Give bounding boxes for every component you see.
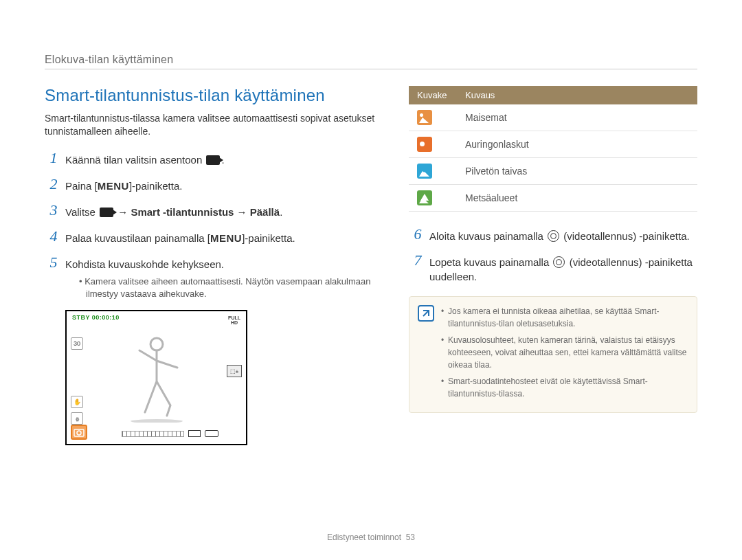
scene-desc-cell: Auringonlaskut: [457, 131, 697, 158]
camera-preview: STBY 00:00:10 FULL HD 30 ⬚± ✋ ꙮ: [65, 310, 247, 445]
preview-ev-icon: ⬚±: [227, 365, 242, 377]
step-3: 3 Valitse → Smart -tilantunnistus → Pääl…: [45, 203, 381, 219]
scene-icon: [417, 110, 432, 125]
scene-icon: [417, 190, 432, 205]
scene-icon-cell: [409, 131, 457, 158]
intro-text: Smart-tilantunnistus-tilassa kamera vali…: [45, 112, 381, 138]
step-6: 6 Aloita kuvaus painamalla (videotallenn…: [409, 227, 697, 243]
table-row: Pilvetön taivas: [409, 158, 697, 185]
section-title: Smart-tilantunnistus-tilan käyttäminen: [45, 86, 381, 105]
step-text: Palaa kuvaustilaan painamalla [MENU]-pai…: [65, 229, 295, 245]
scene-icon: [417, 164, 432, 179]
steps-list-left: 1 Käännä tilan valitsin asentoon . 2 Pai…: [45, 150, 381, 300]
step-number: 1: [45, 150, 63, 166]
table-row: Metsäalueet: [409, 185, 697, 212]
preview-scene-icon: [71, 425, 87, 440]
preview-stabilize-icon: ✋: [71, 396, 83, 408]
scene-desc-cell: Metsäalueet: [457, 185, 697, 212]
table-header-desc: Kuvaus: [457, 86, 697, 104]
movie-mode-icon: [100, 208, 113, 217]
column-right: Kuvake Kuvaus MaisematAuringonlaskutPilv…: [409, 86, 697, 445]
breadcrumb: Elokuva-tilan käyttäminen: [45, 54, 697, 69]
page: Elokuva-tilan käyttäminen Smart-tilantun…: [0, 0, 742, 445]
svg-point-1: [131, 419, 183, 423]
preview-zoom-scale: [122, 431, 184, 437]
scene-icon: [417, 137, 432, 152]
table-header-icon: Kuvake: [409, 86, 457, 104]
page-footer: Edistyneet toiminnot 53: [0, 533, 742, 542]
preview-card-icon: [188, 430, 201, 437]
record-button-icon: [548, 230, 559, 242]
step-number: 7: [409, 253, 427, 268]
step-7: 7 Lopeta kuvaus painamalla (videotallenn…: [409, 253, 697, 284]
info-icon: [418, 305, 434, 322]
note-box: Jos kamera ei tunnista oikeaa aihetilaa,…: [409, 296, 697, 413]
content-columns: Smart-tilantunnistus-tilan käyttäminen S…: [45, 86, 697, 445]
step-text: Kohdista kuvauskohde kehykseen. Kamera v…: [65, 255, 381, 300]
step-number: 3: [45, 203, 63, 218]
step-text: Aloita kuvaus painamalla (videotallennus…: [429, 227, 690, 243]
preview-silhouette: [119, 333, 194, 423]
note-item: Smart-suodatintehosteet eivät ole käytet…: [441, 375, 687, 400]
svg-point-3: [77, 431, 81, 435]
scene-desc-cell: Pilvetön taivas: [457, 158, 697, 185]
preview-resolution: FULL HD: [228, 315, 240, 325]
footer-page: 53: [406, 533, 415, 542]
note-item: Kuvausolosuhteet, kuten kameran tärinä, …: [441, 334, 687, 371]
preview-icon: 30: [71, 337, 83, 350]
preview-side-bottom: ✋ ꙮ: [71, 396, 83, 425]
step-text: Paina [MENU]-painiketta.: [65, 177, 182, 193]
step-number: 6: [409, 227, 427, 242]
step-number: 4: [45, 229, 63, 244]
preview-battery-icon: [205, 430, 218, 437]
menu-button-label: MENU: [210, 232, 242, 244]
scene-icon-cell: [409, 158, 457, 185]
step-2: 2 Paina [MENU]-painiketta.: [45, 177, 381, 193]
movie-mode-icon: [206, 155, 220, 165]
step-text: Käännä tilan valitsin asentoon .: [65, 150, 225, 167]
preview-bottom-bar: [122, 429, 218, 438]
footer-section: Edistyneet toiminnot: [327, 533, 401, 542]
step-5-substep: Kamera valitsee aiheen automaattisesti. …: [86, 276, 381, 300]
preview-status: STBY 00:00:10: [72, 314, 120, 321]
step-5: 5 Kohdista kuvauskohde kehykseen. Kamera…: [45, 255, 381, 300]
svg-point-0: [150, 338, 163, 350]
record-button-icon: [553, 256, 565, 268]
note-item: Jos kamera ei tunnista oikeaa aihetilaa,…: [441, 305, 687, 330]
table-row: Maisemat: [409, 104, 697, 131]
menu-button-label: MENU: [98, 180, 129, 192]
note-list: Jos kamera ei tunnista oikeaa aihetilaa,…: [441, 305, 687, 404]
scene-icon-cell: [409, 185, 457, 212]
step-number: 5: [45, 255, 63, 270]
preview-side-icons: 30: [71, 337, 83, 350]
step-1: 1 Käännä tilan valitsin asentoon .: [45, 150, 381, 167]
step-4: 4 Palaa kuvaustilaan painamalla [MENU]-p…: [45, 229, 381, 245]
table-row: Auringonlaskut: [409, 131, 697, 158]
preview-voice-icon: ꙮ: [71, 412, 83, 425]
column-left: Smart-tilantunnistus-tilan käyttäminen S…: [45, 86, 381, 445]
step-number: 2: [45, 177, 63, 192]
scene-desc-cell: Maisemat: [457, 104, 697, 131]
steps-list-right: 6 Aloita kuvaus painamalla (videotallenn…: [409, 227, 697, 284]
step-text: Lopeta kuvaus painamalla (videotallennus…: [429, 253, 697, 284]
step-text: Valitse → Smart -tilantunnistus → Päällä…: [65, 203, 282, 219]
scene-icon-table: Kuvake Kuvaus MaisematAuringonlaskutPilv…: [409, 86, 697, 212]
scene-icon-cell: [409, 104, 457, 131]
